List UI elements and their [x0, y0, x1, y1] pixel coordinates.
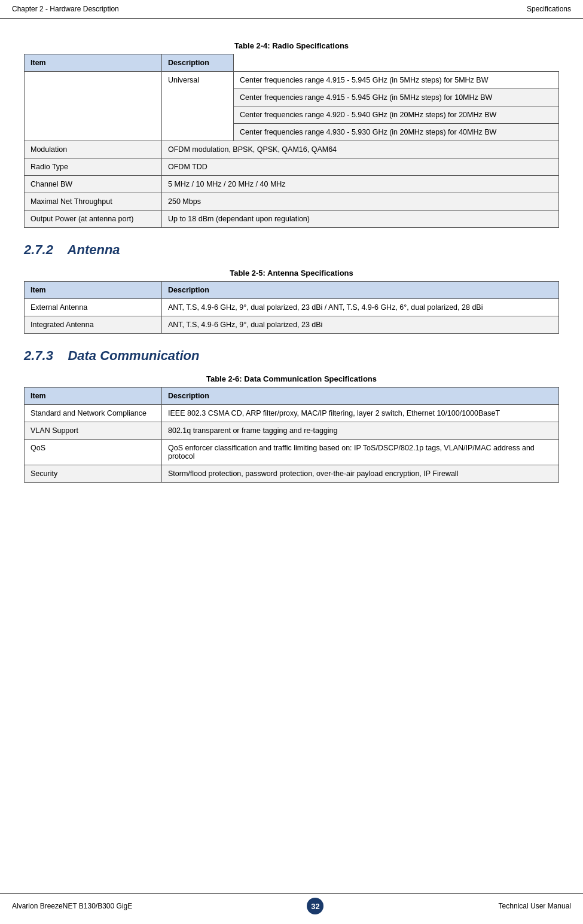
row-item: Integrated Antenna	[25, 316, 162, 334]
section-273-heading: 2.7.3 Data Communication	[24, 348, 559, 364]
table-data-comm-header-row: Item Description	[25, 388, 559, 405]
table-radio-th-desc: Description	[162, 54, 234, 72]
row-desc: QoS enforcer classification and traffic …	[162, 440, 559, 465]
table-data-comm-th-desc: Description	[162, 388, 559, 405]
table-row: Maximal Net Throughput250 Mbps	[25, 193, 559, 211]
table-antenna: Item Description External AntennaANT, T.…	[24, 281, 559, 334]
row-sub-desc: Center frequencies range 4.930 - 5.930 G…	[234, 124, 559, 141]
table-radio: Item Description UniversalCenter frequen…	[24, 54, 559, 228]
row-desc: 802.1q transparent or frame tagging and …	[162, 422, 559, 440]
section-272-heading: 2.7.2 Antenna	[24, 242, 559, 258]
table-row: Standard and Network ComplianceIEEE 802.…	[25, 405, 559, 422]
row-item: External Antenna	[25, 299, 162, 316]
section-273-title: Data Communication	[68, 348, 199, 363]
row-item: Modulation	[25, 141, 162, 158]
row-desc: 5 MHz / 10 MHz / 20 MHz / 40 MHz	[162, 176, 559, 193]
row-desc: ANT, T.S, 4.9-6 GHz, 9°, dual polarized,…	[162, 316, 559, 334]
section-273-number: 2.7.3	[24, 348, 53, 363]
row-item: Standard and Network Compliance	[25, 405, 162, 422]
table-row: Integrated AntennaANT, T.S, 4.9-6 GHz, 9…	[25, 316, 559, 334]
table-data-comm-th-item: Item	[25, 388, 162, 405]
row-item: QoS	[25, 440, 162, 465]
row-universal-label: Universal	[162, 72, 234, 141]
row-desc: OFDM TDD	[162, 158, 559, 176]
row-item: VLAN Support	[25, 422, 162, 440]
main-content: Table 2-4: Radio Specifications Item Des…	[0, 19, 583, 524]
row-item	[25, 72, 162, 141]
row-sub-desc: Center frequencies range 4.915 - 5.945 G…	[234, 72, 559, 89]
table-radio-caption: Table 2-4: Radio Specifications	[24, 41, 559, 50]
row-item: Channel BW	[25, 176, 162, 193]
header-left: Chapter 2 - Hardware Description	[12, 5, 119, 13]
table-antenna-caption: Table 2-5: Antenna Specifications	[24, 269, 559, 277]
table-data-comm-caption: Table 2-6: Data Communication Specificat…	[24, 374, 559, 383]
table-row: UniversalCenter frequencies range 4.915 …	[25, 72, 559, 89]
row-item: Radio Type	[25, 158, 162, 176]
table-antenna-header-row: Item Description	[25, 282, 559, 299]
footer-page-number: 32	[307, 898, 323, 914]
page-footer: Alvarion BreezeNET B130/B300 GigE 32 Tec…	[0, 893, 583, 918]
section-272-number: 2.7.2	[24, 242, 53, 257]
table-row: Channel BW5 MHz / 10 MHz / 20 MHz / 40 M…	[25, 176, 559, 193]
row-desc: Storm/flood protection, password protect…	[162, 465, 559, 483]
table-antenna-th-item: Item	[25, 282, 162, 299]
row-desc: OFDM modulation, BPSK, QPSK, QAM16, QAM6…	[162, 141, 559, 158]
table-radio-header-row: Item Description	[25, 54, 559, 72]
row-item: Output Power (at antenna port)	[25, 211, 162, 228]
section-272-title: Antenna	[68, 242, 120, 257]
row-item: Security	[25, 465, 162, 483]
row-item: Maximal Net Throughput	[25, 193, 162, 211]
table-row: External AntennaANT, T.S, 4.9-6 GHz, 9°,…	[25, 299, 559, 316]
row-sub-desc: Center frequencies range 4.915 - 5.945 G…	[234, 89, 559, 106]
table-row: Output Power (at antenna port)Up to 18 d…	[25, 211, 559, 228]
row-desc: IEEE 802.3 CSMA CD, ARP filter/proxy, MA…	[162, 405, 559, 422]
page-header: Chapter 2 - Hardware Description Specifi…	[0, 0, 583, 19]
header-right: Specifications	[527, 5, 571, 13]
table-row: VLAN Support802.1q transparent or frame …	[25, 422, 559, 440]
table-row: Radio TypeOFDM TDD	[25, 158, 559, 176]
table-radio-th-item: Item	[25, 54, 162, 72]
table-row: SecurityStorm/flood protection, password…	[25, 465, 559, 483]
row-desc: ANT, T.S, 4.9-6 GHz, 9°, dual polarized,…	[162, 299, 559, 316]
table-data-comm: Item Description Standard and Network Co…	[24, 387, 559, 483]
table-row: ModulationOFDM modulation, BPSK, QPSK, Q…	[25, 141, 559, 158]
row-sub-desc: Center frequencies range 4.920 - 5.940 G…	[234, 106, 559, 124]
table-antenna-th-desc: Description	[162, 282, 559, 299]
footer-left: Alvarion BreezeNET B130/B300 GigE	[12, 902, 132, 910]
row-desc: Up to 18 dBm (dependant upon regulation)	[162, 211, 559, 228]
footer-right: Technical User Manual	[499, 902, 571, 910]
row-desc: 250 Mbps	[162, 193, 559, 211]
table-row: QoSQoS enforcer classification and traff…	[25, 440, 559, 465]
